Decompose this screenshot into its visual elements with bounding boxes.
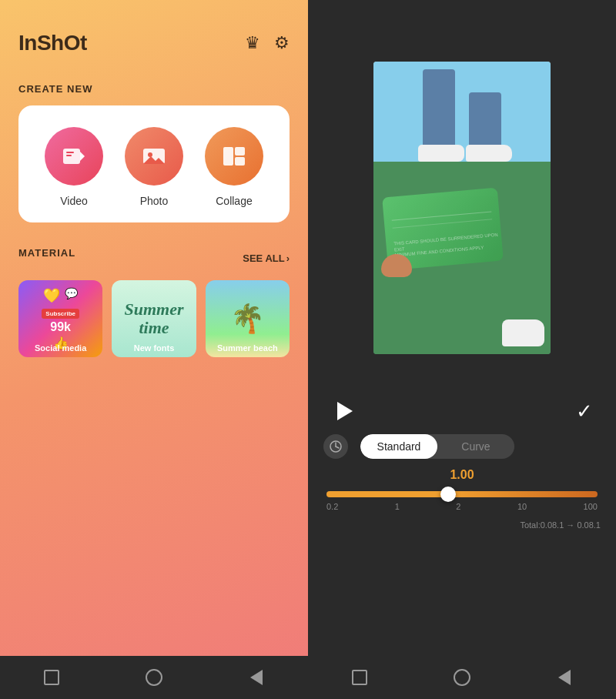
right-bottom-nav xyxy=(308,656,616,699)
slider-labels: 0.2 1 2 10 100 xyxy=(326,502,598,511)
palm-icon: 🌴 xyxy=(230,303,265,335)
slider-label-4: 100 xyxy=(584,502,598,511)
standard-toggle[interactable]: Standard xyxy=(360,434,437,459)
settings-icon[interactable]: ⚙ xyxy=(274,33,290,53)
slider-label-3: 10 xyxy=(517,502,527,511)
circle-icon xyxy=(146,669,162,686)
nav-triangle-btn[interactable] xyxy=(246,667,267,688)
create-new-label: CREATE NEW xyxy=(18,83,290,95)
subscribe-badge: Subscribe xyxy=(42,309,79,319)
video-icon xyxy=(60,142,88,170)
right-circle-icon xyxy=(454,669,470,686)
speed-slider-thumb[interactable] xyxy=(440,487,456,502)
svg-rect-0 xyxy=(63,149,80,164)
video-frame: THIS CARD SHOULD BE SURRENDERED UPON EXI… xyxy=(308,0,616,385)
material-label: MATERIAL xyxy=(18,247,75,259)
play-check-row: ✓ xyxy=(323,397,601,425)
likes-count: 99k xyxy=(50,320,71,334)
play-button[interactable] xyxy=(331,397,359,425)
collage-icon-circle xyxy=(205,127,263,186)
create-collage[interactable]: Collage xyxy=(205,127,263,207)
collage-icon xyxy=(220,142,248,170)
right-triangle-icon xyxy=(558,670,571,685)
material-header: MATERIAL SEE ALL › xyxy=(18,247,290,269)
curve-toggle[interactable]: Curve xyxy=(437,434,514,459)
toggle-group: Standard Curve xyxy=(360,434,514,459)
right-square-icon xyxy=(352,670,367,685)
social-card-label: Social media xyxy=(18,343,102,353)
speed-value: 1.00 xyxy=(450,468,474,482)
create-video[interactable]: Video xyxy=(45,127,103,207)
right-nav-square-btn[interactable] xyxy=(349,667,370,688)
slider-label-0: 0.2 xyxy=(326,502,338,511)
material-section: MATERIAL SEE ALL › 💛 💬 Subscribe 99k 👍 xyxy=(0,232,308,366)
slider-label-2: 2 xyxy=(456,502,460,511)
chevron-right-icon: › xyxy=(286,253,290,264)
video-preview: THIS CARD SHOULD BE SURRENDERED UPON EXI… xyxy=(308,0,616,385)
social-media-card[interactable]: 💛 💬 Subscribe 99k 👍 Social media xyxy=(18,280,102,357)
see-all-button[interactable]: SEE ALL › xyxy=(243,253,290,264)
app-header: InShOt ♛ ⚙ xyxy=(0,0,308,71)
triangle-icon xyxy=(250,670,263,685)
speed-icon[interactable] xyxy=(323,434,348,459)
svg-marker-1 xyxy=(80,152,85,161)
svg-rect-3 xyxy=(66,155,72,156)
svg-rect-2 xyxy=(66,152,74,153)
left-panel: InShOt ♛ ⚙ CREATE NEW Video xyxy=(0,0,308,699)
svg-rect-8 xyxy=(235,147,245,156)
create-photo[interactable]: Photo xyxy=(125,127,183,207)
photo-label: Photo xyxy=(140,195,169,207)
nav-circle-btn[interactable] xyxy=(143,667,165,688)
confirm-button[interactable]: ✓ xyxy=(576,400,593,423)
right-panel: THIS CARD SHOULD BE SURRENDERED UPON EXI… xyxy=(308,0,616,699)
photo-icon xyxy=(140,142,168,170)
new-fonts-card[interactable]: Summer time New fonts xyxy=(112,280,196,357)
svg-line-12 xyxy=(336,446,339,448)
crown-icon[interactable]: ♛ xyxy=(245,33,260,53)
nav-square-btn[interactable] xyxy=(41,667,62,688)
video-label: Video xyxy=(60,195,88,207)
right-nav-circle-btn[interactable] xyxy=(451,667,473,688)
speed-toggle-row: Standard Curve xyxy=(323,434,601,459)
svg-point-5 xyxy=(148,152,152,157)
collage-label: Collage xyxy=(216,195,252,207)
left-bottom-nav xyxy=(0,656,308,699)
header-icons: ♛ ⚙ xyxy=(245,33,290,53)
beach-card-label: Summer beach xyxy=(206,343,290,353)
create-card: Video Photo xyxy=(18,105,290,222)
speed-svg-icon xyxy=(329,440,343,453)
app-logo: InShOt xyxy=(18,31,87,55)
speed-slider-container: 0.2 1 2 10 100 xyxy=(323,491,601,511)
summer-beach-card[interactable]: 🌴 Summer beach xyxy=(206,280,290,357)
right-nav-triangle-btn[interactable] xyxy=(554,667,575,688)
speed-slider-track[interactable] xyxy=(326,491,598,497)
controls-area: ✓ Standard Curve 1.00 0.2 xyxy=(308,385,616,656)
material-cards: 💛 💬 Subscribe 99k 👍 Social media Summer … xyxy=(18,280,290,357)
video-image-area: THIS CARD SHOULD BE SURRENDERED UPON EXI… xyxy=(373,62,551,354)
fonts-card-label: New fonts xyxy=(112,343,196,353)
svg-rect-7 xyxy=(223,147,233,166)
play-icon xyxy=(337,402,353,420)
fonts-card-text: Summer time xyxy=(124,300,183,337)
video-icon-circle xyxy=(45,127,103,186)
total-info: Total:0.08.1 → 0.08.1 xyxy=(323,520,601,530)
square-icon xyxy=(44,670,59,685)
slider-label-1: 1 xyxy=(395,502,400,511)
create-new-section: CREATE NEW Video xyxy=(0,71,308,232)
photo-icon-circle xyxy=(125,127,183,186)
svg-rect-9 xyxy=(235,157,245,166)
video-top-bar xyxy=(308,0,616,62)
